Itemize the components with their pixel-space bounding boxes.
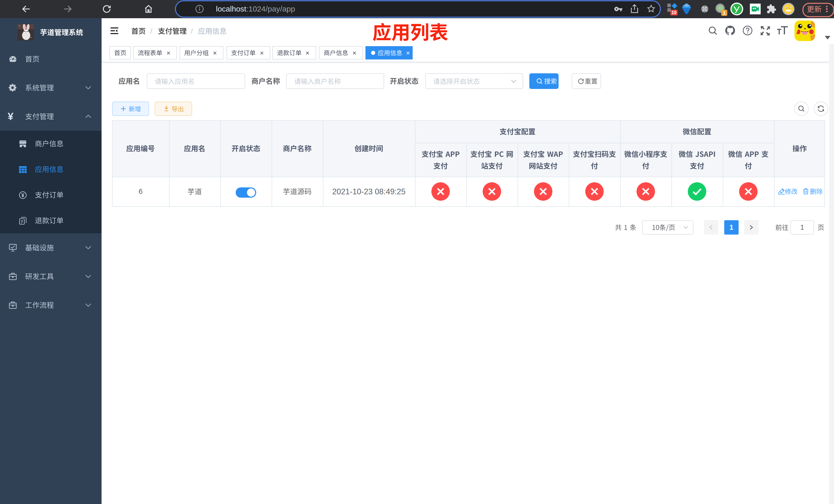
svg-text:10: 10 [672,10,677,15]
svg-text:1: 1 [723,10,726,16]
